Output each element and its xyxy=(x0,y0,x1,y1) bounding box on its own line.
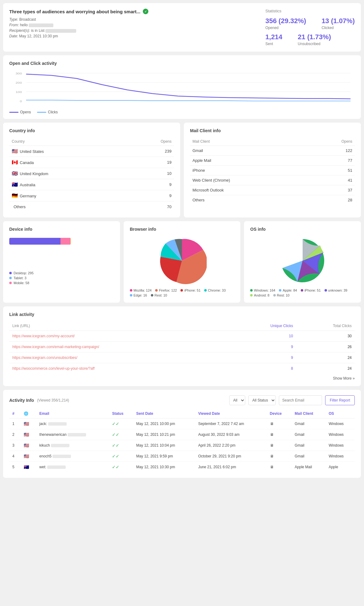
link-row: https://www.icegram.com/unsubscribes/924 xyxy=(9,352,355,363)
legend-opens: Opens xyxy=(9,110,31,114)
filter-report-button[interactable]: Filter Report xyxy=(325,395,355,405)
country-col-header: Country xyxy=(9,137,128,146)
from-row: From: hello xyxy=(9,23,253,27)
device-title: Device info xyxy=(9,227,114,232)
open-click-title: Open and Click activity xyxy=(9,61,355,66)
activity-row: 5 🇦🇺 wet: ✓✓ May 12, 2021 10:30 pm June … xyxy=(9,462,355,473)
th-sent: Sent Date xyxy=(133,409,195,419)
browser-pie-container: Mozilla: 124 Firefox: 122 iPhone: 51 Chr… xyxy=(130,236,234,297)
device-legend: Desktop: 295 Tablet: 3 Mobile: 58 xyxy=(9,271,114,285)
activity-row: 1 🇺🇸 jack: ✓✓ May 12, 2021 10:00 pm Sept… xyxy=(9,419,355,429)
os-pie-chart xyxy=(278,236,327,285)
open-click-card: Open and Click activity 300 200 100 0 xyxy=(3,55,361,119)
opens-col-header: Opens xyxy=(128,137,174,146)
clicked-stat: 13 (1.07%) Clicked xyxy=(321,17,355,30)
country-mail-row: Country info Country Opens 🇺🇸United Stat… xyxy=(3,123,361,221)
activity-row: 3 🇺🇸 kikuch ✓✓ May 12, 2021 10:04 pm Apr… xyxy=(9,440,355,451)
link-row: https://www.icegram.com/email-marketing-… xyxy=(9,342,355,352)
country-title: Country info xyxy=(9,128,174,133)
svg-text:200: 200 xyxy=(15,81,22,84)
mail-client-card: Mail Client info Mail Client Opens Gmail… xyxy=(184,123,361,217)
th-num: # xyxy=(9,409,21,419)
activity-table: # 🌐 Email Status Sent Date Viewed Date D… xyxy=(9,409,355,472)
link-row: https://www.icegram.com/my-account/1030 xyxy=(9,331,355,342)
mail-client-table: Mail Client Opens Gmail122Apple Mail77iP… xyxy=(190,137,355,205)
sent-stat: 1,214 Sent xyxy=(265,33,282,46)
device-bar-container xyxy=(9,238,114,245)
mail-client-row: iPhone51 xyxy=(190,166,355,175)
th-device: Device xyxy=(267,409,292,419)
country-card: Country info Country Opens 🇺🇸United Stat… xyxy=(3,123,180,217)
mail-client-title: Mail Client info xyxy=(190,128,355,133)
browser-card: Browser info xyxy=(124,221,241,303)
mobile-segment xyxy=(60,238,70,245)
country-row: Others70 xyxy=(9,201,174,212)
desktop-legend: Desktop: 295 xyxy=(9,271,114,275)
status-check-icon: ✓ xyxy=(143,9,148,14)
filter-status-select[interactable]: All Status xyxy=(248,395,276,405)
unique-clicks-header: Unique Clicks xyxy=(228,321,296,331)
os-pie-container: Windows: 164 Apple: 84 iPhone: 51 unknow… xyxy=(250,236,355,297)
browser-legend: Mozilla: 124 Firefox: 122 iPhone: 51 Chr… xyxy=(130,288,234,297)
search-email-input[interactable] xyxy=(279,395,322,405)
recipients-row: Recipient(s): is in List xyxy=(9,28,253,33)
link-activity-card: Link activity Link (URL) Unique Clicks T… xyxy=(3,306,361,386)
country-row: 🇩🇪Germany9 xyxy=(9,190,174,201)
activity-chart: 300 200 100 0 xyxy=(9,70,355,107)
show-more-button[interactable]: Show More » xyxy=(9,376,355,381)
th-email: Email xyxy=(36,409,109,419)
device-bar xyxy=(9,238,71,245)
date-row: Date: May 12, 2021 10:30 pm xyxy=(9,34,253,38)
activity-info-title: Activity Info xyxy=(9,398,34,403)
link-url-header: Link (URL) xyxy=(9,321,228,331)
th-os: OS xyxy=(325,409,355,419)
activity-info-card: Activity Info (Viewed 356/1,214) All All… xyxy=(3,390,361,478)
activity-info-subtitle: (Viewed 356/1,214) xyxy=(37,398,69,402)
chart-legend: Opens Clicks xyxy=(9,110,355,114)
mail-client-row: Apple Mail77 xyxy=(190,156,355,166)
type-row: Type: Broadcast xyxy=(9,17,253,22)
mail-client-col-header: Mail Client xyxy=(190,137,310,146)
chart-area: 300 200 100 0 Opens Clicks xyxy=(9,70,355,113)
header-card: Three types of audiences and worrying ab… xyxy=(3,3,361,52)
svg-text:0: 0 xyxy=(20,100,22,103)
unsubscribed-stat: 21 (1.73%) Unsubscribed xyxy=(298,33,331,46)
desktop-segment xyxy=(9,238,60,245)
campaign-title: Three types of audiences and worrying ab… xyxy=(9,9,253,14)
link-activity-table: Link (URL) Unique Clicks Total Clicks ht… xyxy=(9,321,355,374)
th-viewed: Viewed Date xyxy=(195,409,267,419)
country-row: 🇨🇦Canada19 xyxy=(9,157,174,168)
opened-stat: 356 (29.32%) Opened xyxy=(265,17,306,30)
mail-client-row: Microsoft Outlook37 xyxy=(190,185,355,195)
filter-all-select[interactable]: All xyxy=(229,395,245,405)
device-browser-os-row: Device info Desktop: 295 Tablet: 3 xyxy=(3,221,361,306)
country-row: 🇬🇧United Kingdom10 xyxy=(9,168,174,179)
svg-text:100: 100 xyxy=(15,90,22,94)
mail-client-row: Others28 xyxy=(190,195,355,205)
mail-client-row: Gmail122 xyxy=(190,146,355,156)
th-status: Status xyxy=(109,409,133,419)
country-row: 🇺🇸United States239 xyxy=(9,146,174,157)
total-clicks-header: Total Clicks xyxy=(296,321,355,331)
mail-opens-col-header: Opens xyxy=(310,137,355,146)
country-table: Country Opens 🇺🇸United States239🇨🇦Canada… xyxy=(9,137,174,212)
os-legend: Windows: 164 Apple: 84 iPhone: 51 unknow… xyxy=(250,288,355,297)
link-activity-title: Link activity xyxy=(9,312,355,317)
th-mail-client: Mail Client xyxy=(292,409,325,419)
country-row: 🇦🇺Australia9 xyxy=(9,179,174,190)
tablet-segment xyxy=(70,238,71,245)
mobile-legend: Mobile: 58 xyxy=(9,281,114,285)
device-card: Device info Desktop: 295 Tablet: 3 xyxy=(3,221,120,303)
browser-pie-chart xyxy=(157,236,207,285)
link-row: https://woocommerce.com/level-up-your-st… xyxy=(9,363,355,374)
activity-row: 4 🇺🇸 enoch5 ✓✓ May 12, 2021 9:59 pm Octo… xyxy=(9,451,355,462)
mail-client-row: Web Client (Chrome)41 xyxy=(190,175,355,185)
th-flag: 🌐 xyxy=(21,409,36,419)
header-info: Three types of audiences and worrying ab… xyxy=(9,9,253,40)
legend-clicks: Clicks xyxy=(37,110,58,114)
browser-title: Browser info xyxy=(130,227,234,232)
tablet-legend: Tablet: 3 xyxy=(9,276,114,280)
svg-text:300: 300 xyxy=(15,72,22,75)
statistics-title: Statistics xyxy=(265,9,355,13)
activity-header: Activity Info (Viewed 356/1,214) All All… xyxy=(9,395,355,405)
